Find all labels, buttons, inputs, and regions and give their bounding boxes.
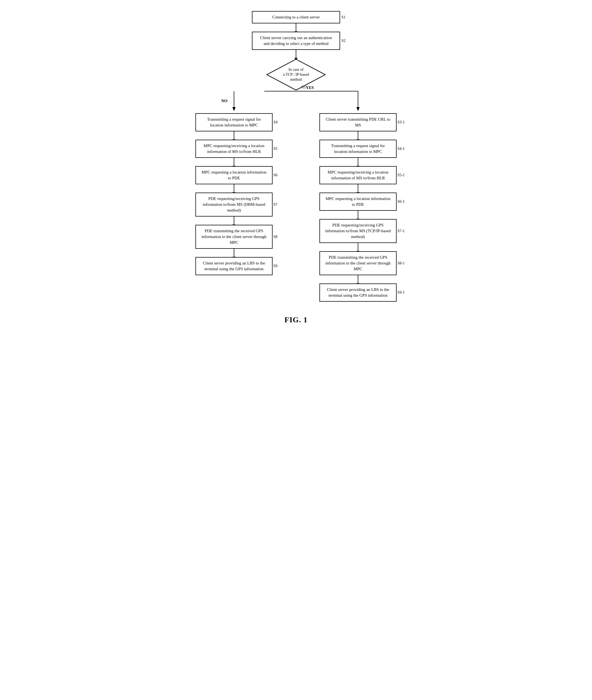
svg-marker-2 bbox=[232, 107, 236, 111]
s2-label: S2 bbox=[342, 39, 346, 43]
s4-1-label: S4-1 bbox=[397, 147, 405, 151]
arrow-s4-s5 bbox=[234, 131, 234, 140]
s9-box: Client server providing an LBS to the te… bbox=[195, 257, 273, 275]
s9-1-text: Client server providing an LBS to the te… bbox=[327, 287, 389, 298]
s7-1-text: PDE requesting/receiving GPS information… bbox=[325, 223, 391, 239]
s3-diamond-wrapper: In case ofa TCP / IP-basedmethod S3 bbox=[266, 58, 326, 91]
s8-1-wrapper: PDE transmitting the received GPS inform… bbox=[319, 251, 397, 275]
s6-1-label: S6-1 bbox=[397, 200, 405, 204]
arrow-s8-s9 bbox=[234, 249, 234, 257]
top-section: Connecting to a client server S1 Client … bbox=[172, 11, 420, 91]
s9-1-box: Client server providing an LBS to the te… bbox=[319, 283, 397, 302]
s3-label: S3 bbox=[301, 85, 306, 90]
arrow-s5-1-s6-1 bbox=[358, 184, 358, 193]
s7-box: PDE requesting/receiving GPS information… bbox=[195, 193, 273, 217]
s5-box: MPC requesting/receiving a location info… bbox=[195, 140, 273, 158]
s8-text: PDE transmitting the received GPS inform… bbox=[201, 229, 266, 245]
s6-text: MPC requesting a location information to… bbox=[202, 170, 266, 180]
s3-1-label: S3-1 bbox=[397, 120, 405, 124]
fig-caption: FIG. 1 bbox=[285, 315, 307, 324]
s9-label: S9 bbox=[274, 264, 278, 268]
s6-box: MPC requesting a location information to… bbox=[195, 166, 273, 184]
s7-1-wrapper: PDE requesting/receiving GPS information… bbox=[319, 219, 397, 243]
arrow-s4-1-s5-1 bbox=[358, 158, 358, 166]
s7-label: S7 bbox=[274, 203, 278, 207]
s2-box: Client server carrying out an authentica… bbox=[252, 32, 340, 50]
s8-label: S8 bbox=[274, 235, 278, 239]
arrow-s7-1-s8-1 bbox=[358, 243, 358, 251]
s9-1-label: S9-1 bbox=[397, 290, 405, 295]
split-container: YES NO Transmitting a request signal for… bbox=[172, 91, 420, 302]
s4-box: Transmitting a request signal for locati… bbox=[195, 113, 273, 131]
s5-label: S5 bbox=[274, 147, 278, 151]
s3-1-box: Client server transmitting PDE URL to MS bbox=[319, 113, 397, 131]
s1-text: Connecting to a client server bbox=[272, 15, 320, 19]
arrow-s6-1-s7-1 bbox=[358, 211, 358, 219]
arrow-s6-s7 bbox=[234, 184, 234, 193]
s3-diamond: In case ofa TCP / IP-basedmethod bbox=[266, 58, 326, 91]
s8-1-label: S8-1 bbox=[397, 261, 405, 266]
s5-text: MPC requesting/receiving a location info… bbox=[204, 144, 264, 154]
s6-1-wrapper: MPC requesting a location information to… bbox=[319, 193, 397, 211]
s6-1-box: MPC requesting a location information to… bbox=[319, 193, 397, 211]
arrow-s1-s2 bbox=[296, 23, 296, 32]
col-left: Transmitting a request signal for locati… bbox=[172, 113, 296, 302]
s6-1-text: MPC requesting a location information to… bbox=[326, 197, 391, 207]
s6-wrapper: MPC requesting a location information to… bbox=[195, 166, 273, 184]
flowchart: Connecting to a client server S1 Client … bbox=[172, 11, 420, 324]
s3-1-wrapper: Client server transmitting PDE URL to MS… bbox=[319, 113, 397, 131]
s7-1-box: PDE requesting/receiving GPS information… bbox=[319, 219, 397, 243]
s7-wrapper: PDE requesting/receiving GPS information… bbox=[195, 193, 273, 217]
col-right: Client server transmitting PDE URL to MS… bbox=[296, 113, 420, 302]
s1-wrapper: Connecting to a client server S1 bbox=[252, 11, 340, 23]
s9-1-wrapper: Client server providing an LBS to the te… bbox=[319, 283, 397, 302]
arrow-s8-1-s9-1 bbox=[358, 275, 358, 283]
s3-text: In case ofa TCP / IP-basedmethod bbox=[274, 67, 318, 83]
s7-1-label: S7-1 bbox=[397, 229, 405, 233]
s7-text: PDE requesting/receiving GPS information… bbox=[203, 197, 265, 212]
s6-label: S6 bbox=[274, 173, 278, 177]
s9-wrapper: Client server providing an LBS to the te… bbox=[195, 257, 273, 275]
s4-1-text: Transmitting a request signal for locati… bbox=[331, 144, 385, 154]
s4-1-box: Transmitting a request signal for locati… bbox=[319, 140, 397, 158]
s8-1-box: PDE transmitting the received GPS inform… bbox=[319, 251, 397, 275]
s1-box: Connecting to a client server bbox=[252, 11, 340, 23]
s3-1-text: Client server transmitting PDE URL to MS bbox=[326, 117, 390, 127]
s5-1-box: MPC requesting/receiving a location info… bbox=[319, 166, 397, 184]
arrow-s5-s6 bbox=[234, 158, 234, 166]
s5-1-text: MPC requesting/receiving a location info… bbox=[328, 170, 388, 180]
arrow-s7-s8 bbox=[234, 217, 234, 225]
s4-text: Transmitting a request signal for locati… bbox=[207, 117, 261, 127]
s8-1-text: PDE transmitting the received GPS inform… bbox=[326, 255, 391, 271]
s5-1-label: S5-1 bbox=[397, 173, 405, 177]
s5-wrapper: MPC requesting/receiving a location info… bbox=[195, 140, 273, 158]
arrow-s2-diamond bbox=[296, 50, 296, 58]
s5-1-wrapper: MPC requesting/receiving a location info… bbox=[319, 166, 397, 184]
svg-text:NO: NO bbox=[221, 99, 228, 103]
split-section: Transmitting a request signal for locati… bbox=[172, 113, 420, 302]
s8-wrapper: PDE transmitting the received GPS inform… bbox=[195, 225, 273, 249]
s4-label: S4 bbox=[274, 120, 278, 124]
svg-marker-5 bbox=[356, 107, 360, 111]
s1-label: S1 bbox=[342, 15, 346, 19]
s9-text: Client server providing an LBS to the te… bbox=[203, 261, 265, 271]
arrow-s3-1-s4-1 bbox=[358, 131, 358, 140]
branch-svg: YES NO bbox=[172, 91, 420, 113]
s4-wrapper: Transmitting a request signal for locati… bbox=[195, 113, 273, 131]
s2-wrapper: Client server carrying out an authentica… bbox=[252, 32, 340, 50]
s8-box: PDE transmitting the received GPS inform… bbox=[195, 225, 273, 249]
s2-text: Client server carrying out an authentica… bbox=[260, 36, 332, 46]
s4-1-wrapper: Transmitting a request signal for locati… bbox=[319, 140, 397, 158]
